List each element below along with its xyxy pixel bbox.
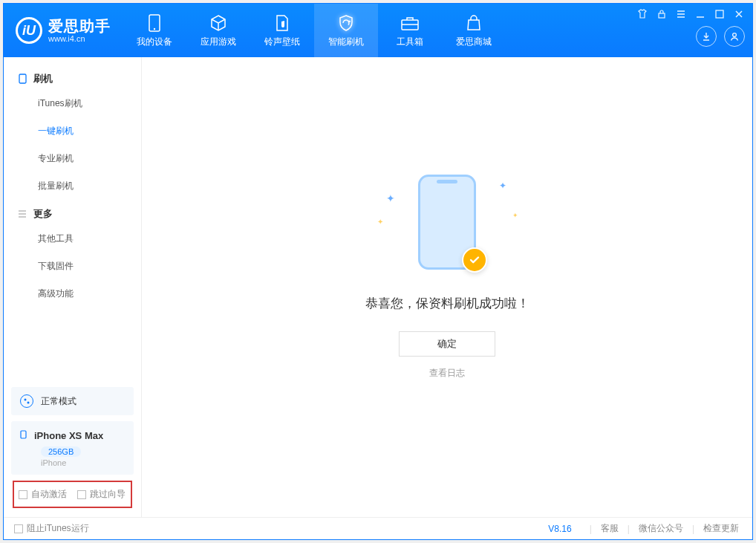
sidebar-item-oneclick-flash[interactable]: 一键刷机 (4, 117, 141, 145)
shirt-icon[interactable] (636, 8, 648, 20)
success-message: 恭喜您，保资料刷机成功啦！ (365, 295, 529, 312)
checkbox-skip-guide[interactable]: 跳过向导 (77, 488, 126, 501)
minimize-icon[interactable] (694, 8, 706, 20)
sidebar-item-download-fw[interactable]: 下载固件 (4, 253, 141, 280)
device-name: iPhone XS Max (34, 430, 103, 441)
sidebar-item-advanced[interactable]: 高级功能 (4, 280, 141, 308)
footer-update-link[interactable]: 检查更新 (700, 522, 742, 535)
close-icon[interactable] (733, 8, 745, 20)
cube-icon (209, 13, 228, 33)
window-controls (629, 4, 752, 57)
nav-label: 工具箱 (397, 36, 423, 48)
device-capacity: 256GB (41, 446, 81, 457)
sidebar-item-batch-flash[interactable]: 批量刷机 (4, 172, 141, 200)
bag-icon (464, 13, 483, 33)
phone-icon (145, 13, 164, 33)
content-area: 刷机 iTunes刷机 一键刷机 专业刷机 批量刷机 更多 其他工具 下载固件 … (4, 57, 752, 517)
success-illustration: ✦ ✦ ✦ ✦ (373, 166, 521, 277)
titlebar: iU 爱思助手 www.i4.cn 我的设备 应用游戏 铃声壁纸 智能刷机 (4, 4, 752, 57)
sidebar-group-more: 更多 (4, 200, 141, 225)
sparkle-icon: ✦ (377, 218, 383, 226)
sidebar-item-pro-flash[interactable]: 专业刷机 (4, 145, 141, 172)
sparkle-icon: ✦ (386, 192, 395, 204)
checkbox-auto-activate[interactable]: 自动激活 (19, 488, 67, 501)
toolbox-icon (400, 13, 420, 33)
nav-label: 我的设备 (137, 36, 172, 48)
group-title: 更多 (33, 207, 53, 221)
view-log-link[interactable]: 查看日志 (429, 367, 465, 380)
lock-icon[interactable] (656, 8, 668, 20)
music-file-icon (273, 13, 292, 33)
highlighted-options: 自动激活 跳过向导 (13, 481, 132, 508)
group-title: 刷机 (33, 72, 53, 85)
download-icon[interactable] (696, 26, 717, 47)
svg-point-1 (154, 27, 155, 29)
nav-label: 爱思商城 (456, 36, 492, 48)
nav-media[interactable]: 铃声壁纸 (250, 4, 314, 57)
ok-button[interactable]: 确定 (399, 331, 495, 357)
svg-rect-9 (21, 431, 26, 438)
footer-wechat-link[interactable]: 微信公众号 (636, 522, 686, 535)
sidebar: 刷机 iTunes刷机 一键刷机 专业刷机 批量刷机 更多 其他工具 下载固件 … (4, 57, 142, 517)
statusbar: 阻止iTunes运行 V8.16 | 客服 | 微信公众号 | 检查更新 (4, 517, 752, 539)
svg-rect-4 (716, 10, 723, 18)
device-icon (20, 429, 27, 442)
svg-rect-3 (659, 13, 665, 18)
nav-label: 智能刷机 (328, 36, 364, 48)
sidebar-group-flash: 刷机 (4, 65, 141, 90)
nav-label: 应用游戏 (201, 36, 236, 48)
nav-label: 铃声壁纸 (264, 36, 300, 48)
maximize-icon[interactable] (714, 8, 726, 20)
sidebar-menu: 刷机 iTunes刷机 一键刷机 专业刷机 批量刷机 更多 其他工具 下载固件 … (4, 57, 141, 380)
svg-rect-6 (19, 74, 26, 83)
svg-point-7 (25, 399, 27, 401)
logo-icon: iU (16, 17, 42, 44)
sparkle-icon: ✦ (512, 212, 518, 219)
checkbox-block-itunes[interactable]: 阻止iTunes运行 (14, 522, 89, 535)
main-panel: ✦ ✦ ✦ ✦ 恭喜您，保资料刷机成功啦！ 确定 查看日志 (142, 57, 752, 517)
sidebar-bottom: 正常模式 iPhone XS Max 256GB iPhone 自动激活 跳过向… (4, 380, 141, 517)
nav-store[interactable]: 爱思商城 (442, 4, 506, 57)
mode-icon (20, 394, 33, 408)
app-logo: iU 爱思助手 www.i4.cn (4, 4, 123, 57)
checkmark-badge-icon (462, 247, 487, 273)
user-icon[interactable] (724, 26, 745, 47)
version-label: V8.16 (548, 524, 571, 534)
nav-device[interactable]: 我的设备 (123, 4, 186, 57)
list-icon (17, 209, 27, 219)
mode-card[interactable]: 正常模式 (11, 387, 134, 415)
app-window: iU 爱思助手 www.i4.cn 我的设备 应用游戏 铃声壁纸 智能刷机 (3, 3, 753, 540)
sidebar-item-itunes-flash[interactable]: iTunes刷机 (4, 90, 141, 117)
app-url: www.i4.cn (48, 34, 111, 43)
mode-label: 正常模式 (41, 395, 76, 408)
nav-flash[interactable]: 智能刷机 (314, 4, 378, 57)
logo-text: 爱思助手 www.i4.cn (48, 18, 111, 43)
phone-small-icon (17, 74, 27, 84)
menu-icon[interactable] (675, 8, 687, 20)
device-card[interactable]: iPhone XS Max 256GB iPhone (11, 421, 134, 475)
shield-refresh-icon (336, 13, 356, 33)
nav-tools[interactable]: 工具箱 (378, 4, 442, 57)
app-name: 爱思助手 (48, 18, 111, 34)
sparkle-icon: ✦ (499, 181, 506, 191)
device-type: iPhone (41, 458, 125, 467)
nav-apps[interactable]: 应用游戏 (186, 4, 250, 57)
svg-point-8 (27, 402, 30, 404)
footer-support-link[interactable]: 客服 (598, 522, 622, 535)
main-nav: 我的设备 应用游戏 铃声壁纸 智能刷机 工具箱 爱思商城 (123, 4, 506, 57)
svg-point-5 (733, 33, 737, 37)
sidebar-item-other-tools[interactable]: 其他工具 (4, 225, 141, 253)
